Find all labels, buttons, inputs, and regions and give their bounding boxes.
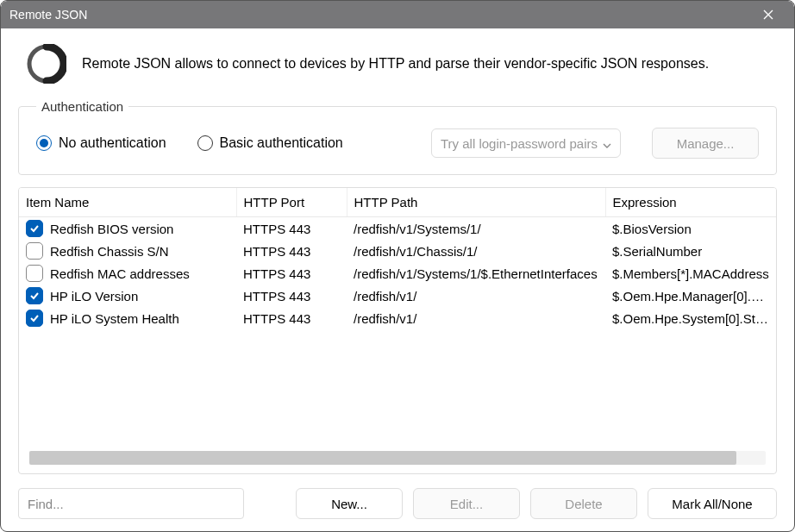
radio-no-auth-label: No authentication xyxy=(59,135,166,151)
intro-row: Remote JSON allows to connect to devices… xyxy=(18,44,777,84)
credentials-combo[interactable]: Try all login-password pairs xyxy=(431,128,621,158)
row-checkbox[interactable] xyxy=(26,242,43,260)
auth-legend: Authentication xyxy=(36,99,128,114)
row-port: HTTPS 443 xyxy=(236,217,347,241)
row-port: HTTPS 443 xyxy=(236,240,347,262)
items-table-wrap: Item Name HTTP Port HTTP Path Expression… xyxy=(18,187,777,474)
row-path: /redfish/v1/ xyxy=(347,285,605,307)
items-table: Item Name HTTP Port HTTP Path Expression… xyxy=(19,188,776,329)
col-header-port[interactable]: HTTP Port xyxy=(236,188,347,217)
titlebar: Remote JSON xyxy=(1,1,794,28)
table-row[interactable]: Redfish MAC addressesHTTPS 443/redfish/v… xyxy=(19,262,776,285)
row-expr: $.Members[*].MACAddress xyxy=(605,262,776,285)
table-row[interactable]: Redfish Chassis S/NHTTPS 443/redfish/v1/… xyxy=(19,240,776,262)
radio-basic-auth-label: Basic authentication xyxy=(220,135,343,151)
delete-button[interactable]: Delete xyxy=(530,488,637,519)
find-input[interactable] xyxy=(18,488,244,519)
row-port: HTTPS 443 xyxy=(236,307,347,329)
col-header-path[interactable]: HTTP Path xyxy=(347,188,605,217)
close-icon xyxy=(763,9,773,20)
horizontal-scrollbar[interactable] xyxy=(29,451,766,465)
row-checkbox[interactable] xyxy=(26,310,43,327)
manage-button[interactable]: Manage... xyxy=(652,128,759,159)
row-name: Redfish Chassis S/N xyxy=(50,244,169,259)
new-button[interactable]: New... xyxy=(296,488,403,519)
bottom-toolbar: New... Edit... Delete Mark All/None xyxy=(18,488,777,519)
row-expr: $.Oem.Hpe.Manager[0].ManagerFirmwareVers… xyxy=(605,285,776,307)
table-row[interactable]: Redfish BIOS versionHTTPS 443/redfish/v1… xyxy=(19,217,776,241)
table-row[interactable]: HP iLO System HealthHTTPS 443/redfish/v1… xyxy=(19,307,776,329)
row-path: /redfish/v1/ xyxy=(347,307,605,329)
auth-group: Authentication No authentication Basic a… xyxy=(18,99,777,175)
window-title: Remote JSON xyxy=(9,8,751,22)
col-header-expr[interactable]: Expression xyxy=(605,188,776,217)
row-name: HP iLO Version xyxy=(50,289,138,304)
scrollbar-thumb[interactable] xyxy=(29,451,736,465)
row-expr: $.Oem.Hpe.System[0].Status.Health xyxy=(605,307,776,329)
close-button[interactable] xyxy=(751,1,786,28)
row-port: HTTPS 443 xyxy=(236,285,347,307)
col-header-name[interactable]: Item Name xyxy=(19,188,236,217)
radio-basic-auth[interactable]: Basic authentication xyxy=(197,135,343,151)
row-path: /redfish/v1/Systems/1/ xyxy=(347,217,605,241)
mark-all-none-button[interactable]: Mark All/None xyxy=(648,488,777,519)
intro-description: Remote JSON allows to connect to devices… xyxy=(82,54,709,73)
table-row[interactable]: HP iLO VersionHTTPS 443/redfish/v1/$.Oem… xyxy=(19,285,776,307)
row-checkbox[interactable] xyxy=(26,287,43,304)
row-name: Redfish MAC addresses xyxy=(50,266,190,281)
row-path: /redfish/v1/Systems/1/$.EthernetInterfac… xyxy=(347,262,605,285)
row-port: HTTPS 443 xyxy=(236,262,347,285)
row-path: /redfish/v1/Chassis/1/ xyxy=(347,240,605,262)
row-name: Redfish BIOS version xyxy=(50,222,173,236)
row-checkbox[interactable] xyxy=(26,220,43,237)
edit-button[interactable]: Edit... xyxy=(413,488,520,519)
radio-dot-icon xyxy=(36,135,52,151)
row-checkbox[interactable] xyxy=(26,265,43,282)
row-name: HP iLO System Health xyxy=(50,311,179,326)
radio-no-auth[interactable]: No authentication xyxy=(36,135,166,151)
row-expr: $.SerialNumber xyxy=(605,240,776,262)
credentials-combo-value: Try all login-password pairs xyxy=(441,136,598,151)
row-expr: $.BiosVersion xyxy=(605,217,776,241)
json-logo-icon xyxy=(27,44,66,84)
radio-dot-icon xyxy=(197,135,213,151)
chevron-down-icon xyxy=(603,136,611,151)
